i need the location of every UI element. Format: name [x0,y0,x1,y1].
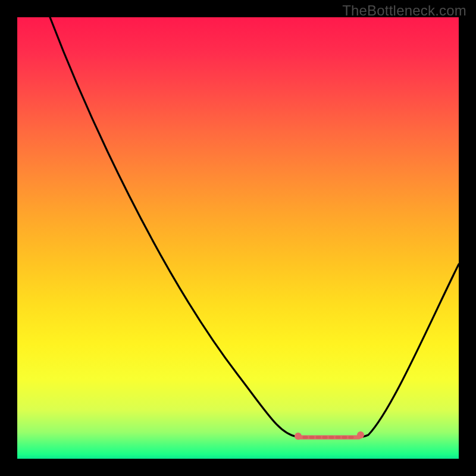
plot-area [17,17,459,459]
highlight-start-dot [295,433,302,440]
bottleneck-curve-path [50,17,459,438]
chart-container: TheBottleneck.com [0,0,476,476]
curve-layer [17,17,459,459]
watermark-text: TheBottleneck.com [342,2,466,19]
highlight-end-dot [357,431,364,439]
